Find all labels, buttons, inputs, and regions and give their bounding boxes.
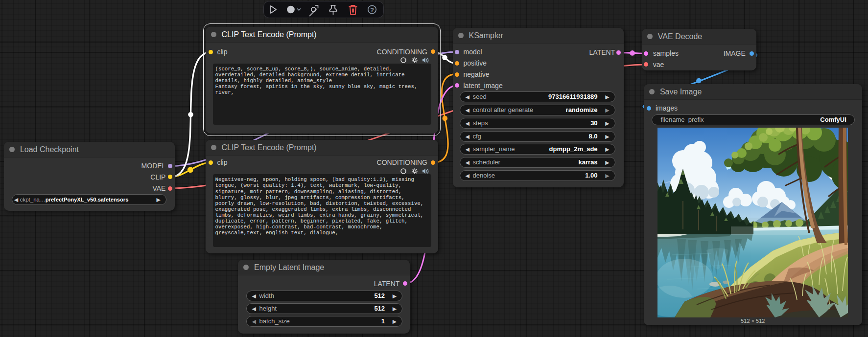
svg-text:?: ? xyxy=(370,6,374,14)
